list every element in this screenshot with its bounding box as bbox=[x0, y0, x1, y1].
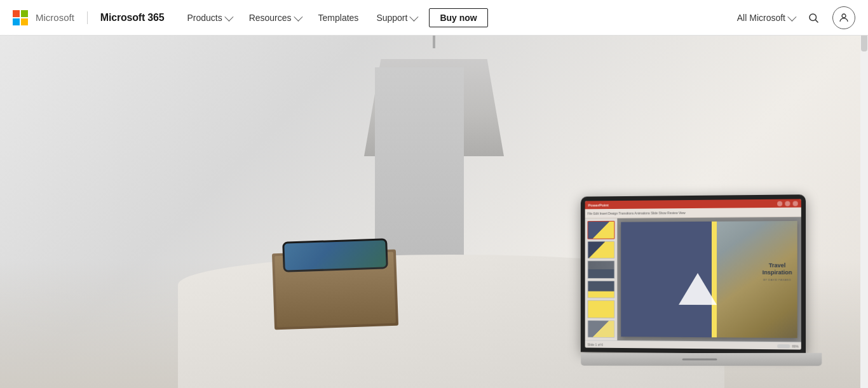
ppt-thumb-6 bbox=[588, 320, 615, 338]
ppt-thumb-2 bbox=[588, 241, 615, 258]
navbar-brand: Microsoft Microsoft 365 bbox=[13, 10, 164, 25]
support-label: Support bbox=[376, 13, 407, 23]
templates-label: Templates bbox=[318, 13, 359, 23]
search-button[interactable] bbox=[802, 6, 825, 29]
account-button[interactable] bbox=[832, 6, 855, 29]
ppt-zoom-bar bbox=[777, 344, 790, 348]
nav-item-support[interactable]: Support bbox=[369, 9, 424, 27]
nav-item-products[interactable]: Products bbox=[179, 9, 238, 27]
ribbon-text: File Edit Insert Design Transitions Anim… bbox=[588, 211, 686, 215]
slide-triangle bbox=[679, 273, 717, 305]
svg-line-1 bbox=[815, 20, 818, 22]
slide-text: Travel Inspiration BY DAVID FASANO bbox=[763, 262, 792, 281]
navbar-right: All Microsoft bbox=[737, 6, 855, 29]
phone bbox=[282, 238, 388, 272]
ppt-thumb-1-active bbox=[588, 221, 615, 239]
ppt-thumb-4 bbox=[588, 280, 615, 298]
products-label: Products bbox=[187, 13, 222, 23]
hero-background: PowerPoint File Edit Insert Design Trans… bbox=[0, 36, 868, 388]
search-icon bbox=[808, 12, 819, 23]
navbar: Microsoft Microsoft 365 Products Resourc… bbox=[0, 0, 868, 36]
slide-title-line2: Inspiration bbox=[763, 269, 792, 276]
ppt-title-text: PowerPoint bbox=[588, 203, 608, 207]
laptop-notch bbox=[682, 358, 717, 360]
nav-divider bbox=[87, 11, 88, 24]
buy-now-button[interactable]: Buy now bbox=[429, 8, 487, 27]
main-slide: Travel Inspiration BY DAVID FASANO bbox=[621, 221, 797, 338]
all-microsoft-menu[interactable]: All Microsoft bbox=[737, 13, 794, 23]
ppt-app: PowerPoint File Edit Insert Design Trans… bbox=[585, 199, 801, 349]
ppt-canvas-area: Travel Inspiration BY DAVID FASANO bbox=[617, 217, 801, 342]
hero-section: PowerPoint File Edit Insert Design Trans… bbox=[0, 36, 868, 388]
resources-label: Resources bbox=[249, 13, 292, 23]
ppt-slides-panel bbox=[585, 218, 618, 340]
ppt-thumb-5 bbox=[588, 300, 615, 318]
ppt-main-area: Travel Inspiration BY DAVID FASANO bbox=[585, 217, 801, 342]
ppt-max-dot bbox=[793, 201, 798, 206]
laptop-screen: PowerPoint File Edit Insert Design Trans… bbox=[585, 199, 801, 349]
ppt-statusbar: Slide 1 of 6 80% bbox=[585, 340, 801, 350]
resources-chevron-icon bbox=[294, 12, 302, 21]
ppt-status-text: Slide 1 of 6 bbox=[588, 342, 603, 346]
laptop-screen-lid: PowerPoint File Edit Insert Design Trans… bbox=[581, 194, 806, 354]
microsoft-label: Microsoft bbox=[36, 12, 74, 23]
products-chevron-icon bbox=[224, 12, 233, 21]
ppt-zoom-text: 80% bbox=[792, 344, 799, 348]
table-items bbox=[273, 251, 397, 328]
slide-title-line1: Travel bbox=[763, 262, 792, 269]
microsoft-logo[interactable] bbox=[13, 10, 28, 25]
laptop: PowerPoint File Edit Insert Design Trans… bbox=[579, 196, 827, 366]
nav-item-resources[interactable]: Resources bbox=[241, 9, 308, 27]
nav-item-templates[interactable]: Templates bbox=[311, 9, 367, 27]
ppt-thumb-3 bbox=[588, 260, 615, 278]
laptop-base bbox=[581, 353, 822, 366]
slide-subtitle: BY DAVID FASANO bbox=[763, 278, 792, 281]
logo-yellow bbox=[21, 18, 28, 25]
svg-point-0 bbox=[810, 14, 817, 21]
logo-blue bbox=[13, 18, 20, 25]
all-microsoft-chevron-icon bbox=[787, 12, 796, 21]
nav-items: Products Resources Templates Support Buy… bbox=[179, 8, 736, 27]
ppt-min-dot bbox=[785, 201, 790, 206]
scrollbar[interactable] bbox=[860, 0, 868, 388]
all-microsoft-label: All Microsoft bbox=[737, 13, 785, 23]
product-name: Microsoft 365 bbox=[100, 12, 165, 23]
logo-green bbox=[21, 10, 28, 17]
svg-point-2 bbox=[842, 14, 846, 18]
account-icon bbox=[838, 12, 850, 23]
support-chevron-icon bbox=[410, 12, 419, 21]
ppt-close-dot bbox=[777, 201, 782, 206]
logo-red bbox=[13, 10, 20, 17]
